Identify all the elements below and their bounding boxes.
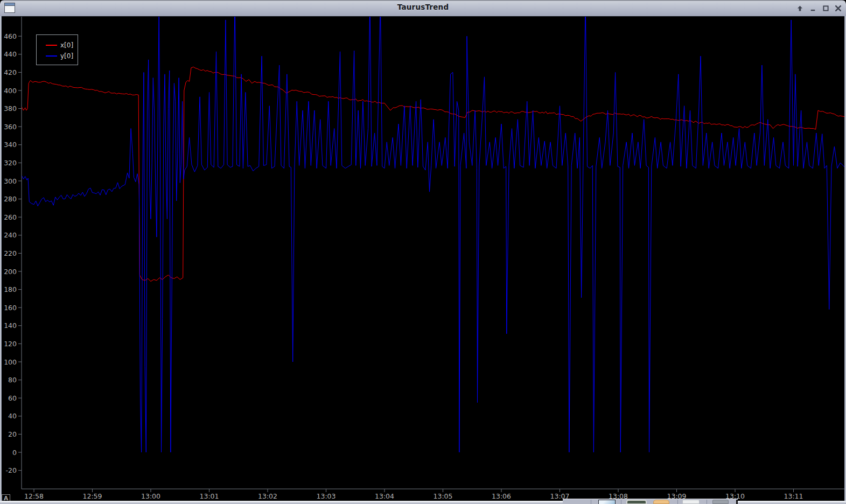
x-tick-label: 13:00: [141, 492, 160, 500]
y-tick-label: 340: [4, 141, 17, 149]
document-icon[interactable]: [682, 500, 700, 504]
series-line-x0: [22, 67, 845, 281]
x-tick-label: 13:02: [258, 492, 277, 500]
x-tick-label: 13:01: [199, 492, 219, 500]
y-tick-label: 360: [4, 123, 17, 131]
taskbar-separator: [677, 500, 678, 504]
y-tick-label: 40: [8, 412, 17, 420]
legend-label-y0: y[0]: [60, 53, 73, 59]
x-tick-label: 12:59: [82, 492, 102, 500]
y-tick-label: 300: [4, 177, 17, 185]
window-border-left: [0, 16, 2, 501]
maximize-icon: [822, 5, 829, 12]
y-tick-label: 400: [4, 87, 17, 95]
close-icon: [835, 5, 842, 12]
y-tick-label: 460: [4, 32, 17, 40]
y-tick-label: 180: [4, 285, 17, 293]
y-tick-label: 60: [8, 394, 17, 402]
folder-icon[interactable]: [653, 500, 669, 504]
close-button[interactable]: [831, 2, 844, 14]
up-arrow-icon: [796, 5, 803, 12]
legend-line-sample-red: [46, 45, 57, 46]
y-tick-label: 240: [4, 231, 17, 239]
minimize-button[interactable]: [806, 2, 819, 14]
titlebar[interactable]: TaurusTrend: [0, 0, 846, 17]
app-window: 4604404204003803603403203002802602402202…: [0, 0, 846, 504]
y-tick-label: 380: [4, 104, 17, 113]
y-tick-label: 280: [4, 195, 17, 203]
taskbar-separator: [707, 500, 707, 504]
y-tick-label: 120: [4, 340, 17, 348]
archive-icon[interactable]: [712, 500, 729, 504]
terminal-icon[interactable]: [626, 500, 647, 504]
y-tick-label: 320: [4, 159, 17, 167]
y-tick-label: 260: [4, 213, 17, 221]
x-tick-label: 13:03: [316, 492, 335, 500]
y-tick-label: 140: [4, 321, 17, 330]
taskbar-fragment: [563, 499, 738, 504]
y-tick-label: 420: [4, 68, 17, 76]
maximize-button[interactable]: [819, 2, 832, 14]
y-tick-label: 200: [4, 268, 17, 276]
x-tick-label: 13:06: [492, 492, 511, 500]
taskbar-endcap: [736, 500, 738, 504]
y-tick-label: 100: [4, 358, 17, 366]
taskbar-separator: [621, 500, 621, 504]
x-tick-label: 12:58: [24, 492, 44, 500]
y-tick-label: 0: [12, 449, 17, 457]
y-tick-label: 440: [4, 50, 17, 58]
legend-line-sample-blue: [46, 55, 57, 57]
legend-item-x0: x[0]: [37, 40, 78, 51]
window-title: TaurusTrend: [0, 3, 846, 11]
window-monitor-icon[interactable]: [598, 500, 616, 504]
series-line-y0: [22, 0, 845, 452]
y-tick-label: 80: [8, 376, 17, 384]
trend-plot-area[interactable]: 4604404204003803603403203002802602402202…: [0, 0, 846, 504]
x-tick-label: 13:11: [784, 492, 803, 500]
x-tick-label: 13:05: [433, 492, 452, 500]
y-tick-label: 220: [4, 249, 17, 257]
y-tick-label: 20: [8, 430, 17, 438]
x-tick-label: 13:04: [375, 492, 394, 500]
legend-label-x0: x[0]: [60, 42, 73, 48]
taskbar-separator: [591, 500, 591, 504]
minimize-icon: [809, 5, 816, 12]
y-tick-label: -20: [6, 466, 17, 474]
legend-item-y0: y[0]: [37, 51, 78, 61]
y-tick-label: 160: [4, 304, 17, 312]
shade-button[interactable]: [793, 2, 806, 14]
legend[interactable]: x[0] y[0]: [36, 34, 78, 65]
